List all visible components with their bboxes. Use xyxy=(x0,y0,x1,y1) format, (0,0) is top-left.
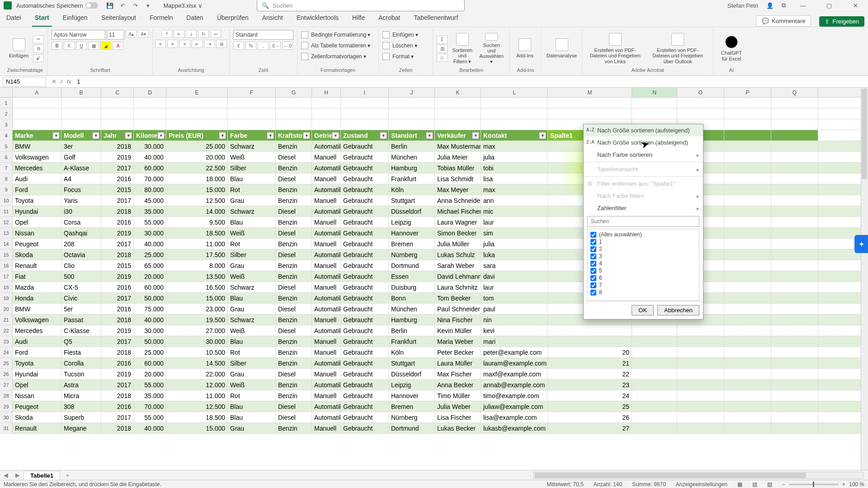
cell[interactable] xyxy=(724,423,771,433)
cell[interactable]: 2017 xyxy=(101,163,134,173)
row-header[interactable]: 15 xyxy=(0,249,13,260)
cell[interactable]: Gebraucht xyxy=(341,304,389,314)
cell[interactable]: Tucson xyxy=(61,369,101,379)
cell[interactable]: Weiß xyxy=(228,271,276,282)
cell[interactable]: 2017 xyxy=(101,412,134,422)
cell[interactable] xyxy=(632,401,677,412)
view-layout-icon[interactable]: ▤ xyxy=(752,481,757,488)
cell[interactable]: Astra xyxy=(61,380,101,390)
cell[interactable]: 40.000 xyxy=(134,314,166,325)
cell[interactable] xyxy=(61,119,101,130)
cell[interactable]: Benzin xyxy=(276,163,312,173)
ribbon-tab-acrobat[interactable]: Acrobat xyxy=(376,10,403,27)
cell[interactable]: Gebraucht xyxy=(341,163,389,173)
ribbon-tab-entwicklertools[interactable]: Entwicklertools xyxy=(294,10,341,27)
ribbon-tab-start[interactable]: Start xyxy=(32,10,52,27)
cell[interactable]: Peugeot xyxy=(13,239,61,249)
cell[interactable] xyxy=(13,98,61,108)
row-header[interactable]: 24 xyxy=(0,347,13,357)
horizontal-scrollbar[interactable] xyxy=(533,472,863,479)
cell[interactable]: 60.000 xyxy=(134,358,166,368)
cell[interactable]: 2017 xyxy=(101,195,134,206)
cell[interactable] xyxy=(548,108,632,119)
table-header-cell[interactable] xyxy=(724,130,771,141)
cell[interactable]: Peugeot xyxy=(13,401,61,412)
cell[interactable]: 2016 xyxy=(101,304,134,314)
cell[interactable]: 8.000 xyxy=(166,260,228,271)
cell[interactable]: Benzin xyxy=(276,423,312,433)
cell[interactable]: Audi xyxy=(13,174,61,184)
row-header[interactable]: 13 xyxy=(0,228,13,238)
cell[interactable]: Schwarz xyxy=(228,314,276,325)
cell[interactable]: 16.500 xyxy=(166,282,228,292)
cell[interactable] xyxy=(771,195,818,206)
cell[interactable]: 18.500 xyxy=(166,412,228,422)
cell[interactable] xyxy=(13,119,61,130)
app-mode-icon[interactable]: ⧉ xyxy=(782,2,786,9)
cell[interactable]: Frankfurt xyxy=(389,174,435,184)
cell[interactable]: 2018 xyxy=(101,423,134,433)
cell[interactable]: Automatik xyxy=(312,380,341,390)
cell[interactable]: Gebraucht xyxy=(341,195,389,206)
cell[interactable]: Blau xyxy=(228,412,276,422)
cell[interactable] xyxy=(724,358,771,368)
cell[interactable]: Gebraucht xyxy=(341,260,389,271)
cell[interactable]: Golf xyxy=(61,152,101,162)
cell[interactable]: 55.000 xyxy=(134,217,166,227)
cell[interactable] xyxy=(677,108,724,119)
fill-color-icon[interactable]: ◢ xyxy=(100,42,111,50)
cell[interactable]: Toyota xyxy=(13,358,61,368)
cell[interactable]: davi xyxy=(481,271,548,282)
cell[interactable]: Weiß xyxy=(228,228,276,238)
cell[interactable]: Düsseldorf xyxy=(389,369,435,379)
cell[interactable]: luka xyxy=(481,249,548,260)
cell[interactable]: Diesel xyxy=(276,401,312,412)
cell[interactable]: Gebraucht xyxy=(341,347,389,357)
cell[interactable]: Nissan xyxy=(13,228,61,238)
cell[interactable]: juliaw@example.com xyxy=(481,401,548,412)
cell[interactable] xyxy=(101,108,134,119)
cell[interactable] xyxy=(771,98,818,108)
cell[interactable] xyxy=(724,228,771,238)
cell[interactable]: Manuell xyxy=(312,423,341,433)
sheet-nav-next[interactable]: ▶ xyxy=(12,472,24,479)
fx-icon[interactable]: fx xyxy=(67,78,71,85)
cell[interactable]: Bremen xyxy=(389,239,435,249)
cell[interactable]: Diesel xyxy=(276,228,312,238)
cell[interactable]: Manuell xyxy=(312,314,341,325)
cell[interactable]: Qashqai xyxy=(61,228,101,238)
cell[interactable] xyxy=(771,119,818,130)
cell[interactable]: Gebraucht xyxy=(341,336,389,347)
cell[interactable] xyxy=(632,347,677,357)
format-as-table-button[interactable]: Als Tabelle formatieren ▾ xyxy=(301,41,375,51)
cell[interactable] xyxy=(771,293,818,303)
add-sheet-button[interactable]: ＋ xyxy=(60,471,75,479)
cell[interactable] xyxy=(389,98,435,108)
cell[interactable]: Fiesta xyxy=(61,347,101,357)
cell[interactable]: kevi xyxy=(481,325,548,336)
cell[interactable] xyxy=(724,141,771,151)
cell[interactable] xyxy=(771,108,818,119)
vertical-scrollbar[interactable] xyxy=(861,88,868,470)
cell[interactable]: Gebraucht xyxy=(341,293,389,303)
cell[interactable]: Silber xyxy=(228,249,276,260)
copy-icon[interactable]: ⧉ xyxy=(33,45,44,53)
cell[interactable]: Hamburg xyxy=(389,163,435,173)
cell[interactable]: tom xyxy=(481,293,548,303)
cell[interactable]: 55.000 xyxy=(134,412,166,422)
cell[interactable] xyxy=(771,304,818,314)
autosave-toggle[interactable] xyxy=(85,2,98,9)
filter-checkbox-item[interactable]: 3 xyxy=(590,253,697,260)
cell[interactable]: Gebraucht xyxy=(341,314,389,325)
cell[interactable]: 19.500 xyxy=(166,314,228,325)
row-header[interactable]: 11 xyxy=(0,206,13,216)
cell[interactable]: Diesel xyxy=(276,325,312,336)
filter-dropdown-icon[interactable]: ▾ xyxy=(219,132,226,139)
cell[interactable]: mic xyxy=(481,206,548,216)
clear-icon[interactable]: ◇ xyxy=(437,54,448,62)
row-header[interactable]: 30 xyxy=(0,412,13,422)
cell[interactable]: Automatik xyxy=(312,325,341,336)
cell[interactable]: Gebraucht xyxy=(341,206,389,216)
cell[interactable]: 25.000 xyxy=(134,347,166,357)
number-filters[interactable]: Zahlenfilter▸ xyxy=(584,202,703,214)
